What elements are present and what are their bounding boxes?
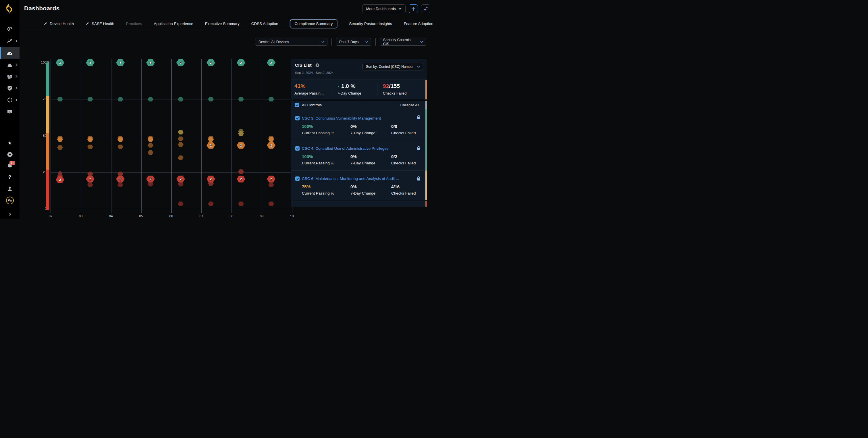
control-hex-cluster[interactable]: 2 (176, 59, 185, 66)
sort-by-dropdown[interactable]: Sort by: Control (CSC) Number (363, 63, 423, 70)
sidebar-item-alerts[interactable] (0, 59, 20, 70)
security-controls-dropdown[interactable]: Security Controls: CIS (380, 38, 426, 46)
control-hex-cluster[interactable] (178, 137, 184, 141)
control-hex-cluster[interactable]: 2 (207, 59, 215, 66)
control-hex-cluster[interactable]: 2 (267, 176, 275, 182)
all-controls-checkbox[interactable] (295, 103, 299, 107)
control-hex-cluster[interactable] (208, 202, 214, 206)
time-range-dropdown[interactable]: Past 7 Days (336, 38, 371, 46)
control-hex-cluster[interactable]: 2 (267, 142, 275, 149)
account-avatar[interactable]: Pa (0, 195, 20, 206)
control-hex-cluster[interactable]: 2 (116, 176, 125, 182)
tab-cdss-adoption[interactable]: CDSS Adoption (251, 22, 278, 26)
control-checkbox[interactable] (295, 146, 300, 151)
unlock-icon[interactable] (416, 115, 421, 121)
control-card: CSC 6: Maintenance, Monitoring and Analy… (291, 170, 427, 200)
change-label: 7-Day Change (350, 131, 391, 135)
control-hex-cluster[interactable] (268, 182, 274, 187)
tab-device-health[interactable]: Device Health (44, 22, 74, 26)
favorites-button[interactable]: ★ (0, 137, 20, 149)
control-hex-cluster[interactable]: 3 (86, 59, 94, 66)
control-title-link[interactable]: CSC 6: Maintenance, Monitoring and Analy… (302, 176, 404, 181)
tab-compliance-summary[interactable]: Compliance Summary (290, 19, 338, 28)
control-hex-cluster[interactable] (178, 202, 184, 206)
control-hex-cluster[interactable] (208, 97, 214, 101)
control-hex-cluster[interactable]: 2 (207, 176, 215, 182)
control-hex-cluster[interactable]: 2 (146, 176, 155, 182)
unlock-icon[interactable] (416, 176, 421, 182)
control-hex-cluster[interactable]: 2 (56, 176, 64, 183)
brand-logo[interactable] (5, 4, 15, 14)
info-icon[interactable] (315, 63, 319, 68)
control-hex-cluster[interactable] (118, 182, 123, 187)
current-passing-value: 100% (302, 154, 350, 159)
control-hex-cluster[interactable] (148, 97, 153, 101)
unlock-icon[interactable] (416, 146, 421, 152)
control-hex-cluster[interactable]: 3 (116, 59, 125, 66)
help-button[interactable]: ? (0, 172, 20, 183)
collapse-all-button[interactable]: Collapse All (400, 103, 419, 107)
sidebar-expand-button[interactable] (0, 209, 20, 219)
control-hex-cluster[interactable]: 3 (146, 59, 155, 66)
control-hex-cluster[interactable] (178, 142, 184, 147)
sidebar-item-security[interactable] (0, 82, 20, 94)
control-hex-cluster[interactable] (87, 97, 93, 101)
control-hex-cluster[interactable] (178, 97, 184, 101)
control-title-link[interactable]: CSC 3: Continuous Vulnerability Manageme… (302, 116, 404, 121)
control-hex-cluster[interactable]: 2 (267, 59, 275, 66)
ai-copilot-button[interactable] (421, 4, 430, 13)
control-hex-cluster[interactable] (268, 202, 274, 206)
control-hex-cluster[interactable]: 2 (237, 142, 245, 149)
tab-executive-summary[interactable]: Executive Summary (205, 22, 240, 26)
change-label: 7-Day Change (350, 161, 391, 165)
control-hex-cluster[interactable] (238, 202, 244, 206)
check-icon (296, 104, 299, 106)
control-checkbox[interactable] (295, 176, 300, 181)
add-dashboard-button[interactable] (409, 4, 418, 13)
user-button[interactable] (0, 183, 20, 195)
device-filter-dropdown[interactable]: Device: All Devices (255, 38, 328, 46)
control-hex-cluster[interactable]: 2 (86, 176, 94, 182)
control-accent-strip (425, 140, 427, 170)
control-hex-cluster[interactable] (148, 182, 153, 186)
control-checkbox[interactable] (295, 116, 300, 120)
control-hex-cluster[interactable] (118, 145, 123, 149)
control-hex-cluster[interactable] (178, 182, 184, 186)
tab-security-posture-insights[interactable]: Security Posture Insights (349, 22, 392, 26)
sidebar-item-device-monitor[interactable] (0, 70, 20, 82)
notifications-button[interactable]: 9+ (0, 160, 20, 172)
control-hex-cluster[interactable] (57, 97, 63, 101)
control-hex-cluster[interactable] (118, 97, 123, 101)
sidebar-item-insights[interactable] (0, 35, 20, 47)
control-accent-strip (425, 109, 427, 140)
control-hex-cluster[interactable] (57, 145, 63, 150)
star-icon: ★ (8, 140, 12, 146)
control-hex-cluster[interactable]: 2 (207, 142, 215, 149)
sidebar-item-integrations[interactable] (0, 94, 20, 106)
control-hex-cluster[interactable] (178, 155, 184, 160)
question-icon: ? (8, 174, 11, 180)
tab-application-experience[interactable]: Application Experience (154, 22, 193, 26)
x-axis-tick: 08September (216, 214, 247, 219)
control-hex-cluster[interactable] (87, 182, 93, 187)
control-hex-cluster[interactable] (87, 145, 93, 149)
control-hex-cluster[interactable] (268, 97, 274, 101)
sidebar-item-observability[interactable] (0, 23, 20, 35)
more-dashboards-button[interactable]: More Dashboards (362, 4, 406, 13)
settings-button[interactable] (0, 149, 20, 160)
control-title-link[interactable]: CSC 4: Controlled Use of Administrative … (302, 146, 404, 151)
control-hex-cluster[interactable] (148, 143, 153, 148)
control-hex-cluster[interactable]: 2 (237, 176, 245, 182)
tab-practices[interactable]: Practices (126, 22, 142, 26)
tab-sase-health[interactable]: SASE Health (86, 22, 114, 26)
control-hex-cluster[interactable] (238, 97, 244, 101)
control-hex-cluster[interactable] (148, 150, 153, 155)
control-hex-cluster[interactable]: 3 (56, 59, 64, 66)
control-hex-cluster[interactable]: 2 (237, 59, 245, 66)
sidebar-item-dashboards[interactable] (0, 47, 20, 59)
control-hex-cluster[interactable] (178, 130, 184, 135)
sidebar-item-reports[interactable] (0, 106, 20, 118)
control-hex-cluster[interactable] (238, 169, 244, 174)
tab-feature-adoption[interactable]: Feature Adoption (404, 22, 433, 26)
control-hex-cluster[interactable]: 2 (176, 176, 185, 182)
